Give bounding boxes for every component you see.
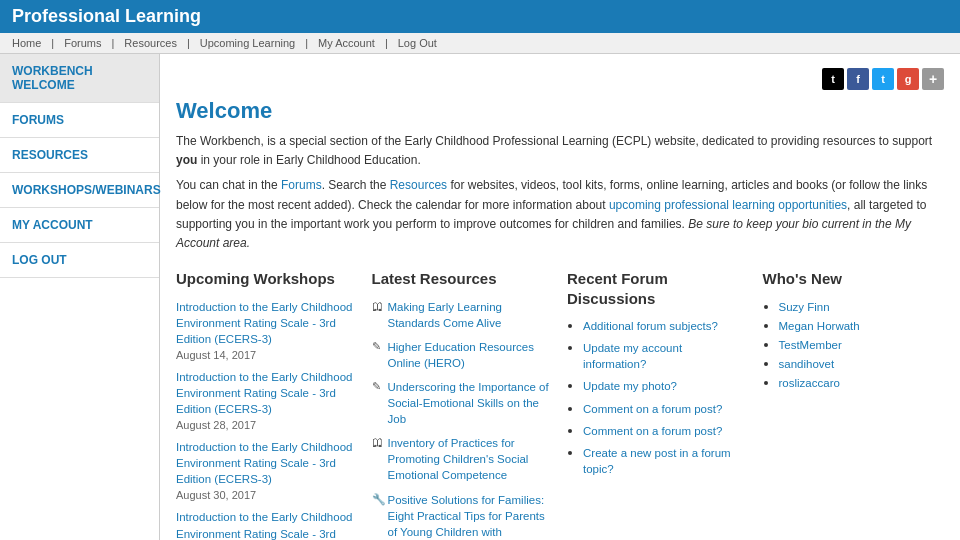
nav-logout[interactable]: Log Out xyxy=(398,37,437,49)
nav-upcoming[interactable]: Upcoming Learning xyxy=(200,37,295,49)
member-link[interactable]: Suzy Finn xyxy=(779,301,830,313)
forum-item: Create a new post in a forum topic? xyxy=(583,445,749,477)
book-icon: 🕮 xyxy=(372,300,384,312)
whos-new-col: Who's New Suzy Finn Megan Horwath TestMe… xyxy=(763,269,945,540)
recent-forum-col: Recent Forum Discussions Additional foru… xyxy=(567,269,749,540)
resource-item: 🕮 Making Early Learning Standards Come A… xyxy=(372,299,554,331)
edit-icon: ✎ xyxy=(372,380,384,393)
workshop-link[interactable]: Introduction to the Early Childhood Envi… xyxy=(176,439,358,487)
whos-new-item: roslizaccaro xyxy=(779,375,945,390)
resource-link[interactable]: Positive Solutions for Families: Eight P… xyxy=(388,492,554,540)
forum-item: Update my photo? xyxy=(583,378,749,394)
workshop-item: Introduction to the Early Childhood Envi… xyxy=(176,509,358,540)
resource-item: 🕮 Inventory of Practices for Promoting C… xyxy=(372,435,554,483)
resources-link[interactable]: Resources xyxy=(390,178,447,192)
welcome-title: Welcome xyxy=(176,98,944,124)
sidebar-item-forums[interactable]: FORUMS xyxy=(0,103,159,138)
workshop-item: Introduction to the Early Childhood Envi… xyxy=(176,299,358,361)
edit-icon: ✎ xyxy=(372,340,384,353)
addthis-icon[interactable]: + xyxy=(922,68,944,90)
forum-link[interactable]: Additional forum subjects? xyxy=(583,320,718,332)
sidebar-item-resources[interactable]: RESOURCES xyxy=(0,138,159,173)
upcoming-workshops-col: Upcoming Workshops Introduction to the E… xyxy=(176,269,358,540)
nav-forums[interactable]: Forums xyxy=(64,37,101,49)
resource-item: 🔧 Positive Solutions for Families: Eight… xyxy=(372,492,554,540)
site-title: Professional Learning xyxy=(12,6,201,26)
whos-new-heading: Who's New xyxy=(763,269,945,289)
workshop-date: August 30, 2017 xyxy=(176,489,358,501)
forum-item: Comment on a forum post? xyxy=(583,423,749,439)
workshop-link[interactable]: Introduction to the Early Childhood Envi… xyxy=(176,509,358,540)
sidebar: WORKBENCH WELCOME FORUMS RESOURCES WORKS… xyxy=(0,54,160,540)
forum-item: Comment on a forum post? xyxy=(583,401,749,417)
sidebar-item-logout[interactable]: LOG OUT xyxy=(0,243,159,278)
whos-new-item: Megan Horwath xyxy=(779,318,945,333)
resource-link[interactable]: Inventory of Practices for Promoting Chi… xyxy=(388,435,554,483)
whos-new-list: Suzy Finn Megan Horwath TestMember sandi… xyxy=(763,299,945,390)
workshop-date: August 28, 2017 xyxy=(176,419,358,431)
member-link[interactable]: roslizaccaro xyxy=(779,377,840,389)
forum-item: Additional forum subjects? xyxy=(583,318,749,334)
whos-new-item: sandihovet xyxy=(779,356,945,371)
facebook-share-icon[interactable]: f xyxy=(847,68,869,90)
latest-resources-heading: Latest Resources xyxy=(372,269,554,289)
twitter-icon[interactable]: t xyxy=(872,68,894,90)
workshop-item: Introduction to the Early Childhood Envi… xyxy=(176,369,358,431)
nav-home[interactable]: Home xyxy=(12,37,41,49)
workshop-date: August 14, 2017 xyxy=(176,349,358,361)
four-column-section: Upcoming Workshops Introduction to the E… xyxy=(176,269,944,540)
forum-link[interactable]: Update my account information? xyxy=(583,342,682,370)
member-link[interactable]: TestMember xyxy=(779,339,842,351)
main-content: t f t g + Welcome The Workbench, is a sp… xyxy=(160,54,960,540)
forum-item: Update my account information? xyxy=(583,340,749,372)
resource-link[interactable]: Higher Education Resources Online (HERO) xyxy=(388,339,554,371)
latest-resources-col: Latest Resources 🕮 Making Early Learning… xyxy=(372,269,554,540)
whos-new-item: Suzy Finn xyxy=(779,299,945,314)
workshop-link[interactable]: Introduction to the Early Childhood Envi… xyxy=(176,369,358,417)
sidebar-item-my-account[interactable]: MY ACCOUNT xyxy=(0,208,159,243)
forum-link[interactable]: Create a new post in a forum topic? xyxy=(583,447,731,475)
top-nav: Home | Forums | Resources | Upcoming Lea… xyxy=(0,33,960,54)
resource-link[interactable]: Underscoring the Importance of Social-Em… xyxy=(388,379,554,427)
upcoming-workshops-heading: Upcoming Workshops xyxy=(176,269,358,289)
social-bar: t f t g + xyxy=(822,68,944,90)
resource-link[interactable]: Making Early Learning Standards Come Ali… xyxy=(388,299,554,331)
upcoming-learning-link[interactable]: upcoming professional learning opportuni… xyxy=(609,198,847,212)
nav-resources[interactable]: Resources xyxy=(124,37,177,49)
welcome-paragraph-2: You can chat in the Forums. Search the R… xyxy=(176,176,944,253)
workshop-link[interactable]: Introduction to the Early Childhood Envi… xyxy=(176,299,358,347)
main-wrapper: WORKBENCH WELCOME FORUMS RESOURCES WORKS… xyxy=(0,54,960,540)
member-link[interactable]: sandihovet xyxy=(779,358,835,370)
forum-link[interactable]: Update my photo? xyxy=(583,380,677,392)
site-header: Professional Learning xyxy=(0,0,960,33)
welcome-paragraph-1: The Workbench, is a special section of t… xyxy=(176,132,944,170)
nav-my-account[interactable]: My Account xyxy=(318,37,375,49)
whos-new-item: TestMember xyxy=(779,337,945,352)
sidebar-item-workbench-welcome[interactable]: WORKBENCH WELCOME xyxy=(0,54,159,103)
sidebar-item-workshops[interactable]: WORKSHOPS/WEBINARS xyxy=(0,173,159,208)
tumblr-icon[interactable]: t xyxy=(822,68,844,90)
recent-forum-heading: Recent Forum Discussions xyxy=(567,269,749,308)
forum-link[interactable]: Comment on a forum post? xyxy=(583,425,722,437)
member-link[interactable]: Megan Horwath xyxy=(779,320,860,332)
tool-icon: 🔧 xyxy=(372,493,384,506)
book-icon: 🕮 xyxy=(372,436,384,448)
resource-item: ✎ Higher Education Resources Online (HER… xyxy=(372,339,554,371)
forum-link[interactable]: Comment on a forum post? xyxy=(583,403,722,415)
forum-list: Additional forum subjects? Update my acc… xyxy=(567,318,749,477)
resource-item: ✎ Underscoring the Importance of Social-… xyxy=(372,379,554,427)
forums-link[interactable]: Forums xyxy=(281,178,322,192)
workshop-item: Introduction to the Early Childhood Envi… xyxy=(176,439,358,501)
googleplus-icon[interactable]: g xyxy=(897,68,919,90)
